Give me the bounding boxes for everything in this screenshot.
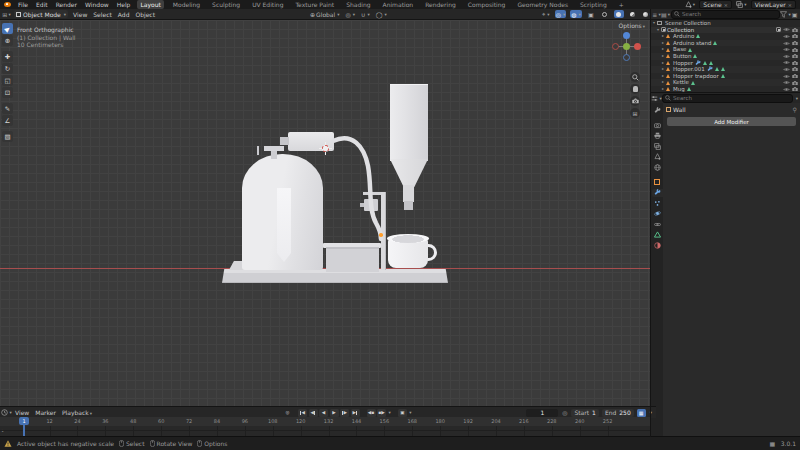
- editor-type-icon[interactable]: ⊞▾: [3, 11, 10, 18]
- properties-search[interactable]: [662, 94, 793, 103]
- new-collection-icon[interactable]: ▣: [791, 11, 798, 18]
- disable-render-camera-icon[interactable]: [792, 53, 798, 59]
- viewport-options-dropdown[interactable]: Options▾: [619, 22, 645, 29]
- timeline-menu-marker[interactable]: Marker: [34, 409, 57, 416]
- shading-material-button[interactable]: [628, 10, 638, 18]
- hide-eye-icon[interactable]: [783, 60, 790, 65]
- hide-eye-icon[interactable]: [783, 87, 790, 92]
- navigation-gizmo[interactable]: [612, 32, 642, 62]
- play-button[interactable]: ▶: [330, 409, 339, 417]
- disable-render-camera-icon[interactable]: [792, 27, 798, 33]
- proportional-editing-icon[interactable]: ◯▾: [375, 10, 388, 18]
- model-hopper-tip[interactable]: [404, 201, 413, 210]
- properties-header-menu-icon[interactable]: ▾: [796, 96, 798, 101]
- menu-edit[interactable]: Edit: [35, 1, 49, 8]
- workspace-tab-texture-paint[interactable]: Texture Paint: [292, 0, 337, 9]
- tool-annotate[interactable]: ✎: [2, 103, 13, 114]
- scene-unlink-icon[interactable]: ×: [724, 2, 728, 8]
- workspace-tab-layout[interactable]: Layout: [137, 0, 163, 9]
- model-kettle-window[interactable]: [277, 188, 291, 262]
- tool-measure[interactable]: ∠: [2, 115, 13, 126]
- tab-material[interactable]: [652, 241, 663, 249]
- tab-output[interactable]: [652, 132, 663, 140]
- tool-add-cube[interactable]: ▧: [2, 131, 13, 142]
- mode-selector[interactable]: Object Mode▾: [14, 10, 68, 18]
- editor-divider[interactable]: [650, 9, 651, 437]
- hide-eye-icon[interactable]: [783, 47, 790, 52]
- viewport-menu-view[interactable]: View: [72, 11, 88, 18]
- hide-eye-icon[interactable]: [783, 27, 790, 32]
- timeline-menu-playback[interactable]: Playback▾: [61, 409, 93, 416]
- playhead-marker[interactable]: 1: [19, 417, 29, 425]
- disable-render-camera-icon[interactable]: [792, 66, 798, 72]
- tool-select-box[interactable]: ▶: [2, 23, 13, 34]
- tab-world[interactable]: [652, 163, 663, 171]
- model-tray-body[interactable]: [326, 247, 379, 272]
- tab-tool[interactable]: [652, 106, 663, 114]
- gizmo-axis-z-pos[interactable]: [623, 32, 630, 39]
- keying-set-icon[interactable]: ▣: [398, 409, 407, 417]
- frame-back-button[interactable]: ◀▪: [367, 409, 376, 417]
- auto-keying-toggle[interactable]: ◎: [283, 409, 292, 417]
- current-frame-field[interactable]: 1: [526, 409, 558, 417]
- tool-transform[interactable]: ⊡: [2, 87, 13, 98]
- shading-solid-button[interactable]: [614, 10, 624, 18]
- viewport-menu-add[interactable]: Add: [117, 11, 131, 18]
- hide-eye-icon[interactable]: [783, 54, 790, 59]
- workspace-tab-animation[interactable]: Animation: [380, 0, 417, 9]
- end-frame-field[interactable]: End250: [602, 409, 634, 417]
- gizmo-axis-y[interactable]: [623, 43, 630, 50]
- workspace-tab-compositing[interactable]: Compositing: [465, 0, 509, 9]
- model-mug-rim[interactable]: [387, 234, 429, 243]
- outliner-editor-type-icon[interactable]: ≡▾: [653, 11, 660, 18]
- tool-scale[interactable]: ◱: [2, 75, 13, 86]
- select-visibility-dropdown[interactable]: ⌖▾: [541, 10, 551, 18]
- outliner-row-object[interactable]: ▸ Kettle: [651, 79, 800, 86]
- disable-render-camera-icon[interactable]: [792, 40, 798, 46]
- viewport-menu-select[interactable]: Select: [92, 11, 113, 18]
- viewport-camera-button[interactable]: [630, 96, 640, 106]
- play-reverse-button[interactable]: ◀: [319, 409, 328, 417]
- pin-icon[interactable]: ⚲: [793, 106, 797, 113]
- tab-object[interactable]: [652, 178, 663, 186]
- viewport-zoom-button[interactable]: [630, 72, 640, 82]
- hide-eye-icon[interactable]: [783, 67, 790, 72]
- viewport-menu-object[interactable]: Object: [134, 11, 156, 18]
- outliner-row-object[interactable]: ▸ Hopper trapdoor: [651, 73, 800, 80]
- model-mug-body[interactable]: [388, 239, 428, 268]
- tool-move[interactable]: ✚: [2, 51, 13, 62]
- transform-orientation-dropdown[interactable]: ⊕ Global▾: [309, 10, 340, 18]
- xray-toggle[interactable]: ▣: [586, 10, 596, 18]
- outliner-row-object[interactable]: ▸ Arduino stand: [651, 40, 800, 47]
- workspace-tab-scripting[interactable]: Scripting: [577, 0, 610, 9]
- hide-eye-icon[interactable]: [783, 41, 790, 46]
- outliner-row-object[interactable]: ▸ Hopper: [651, 60, 800, 67]
- disable-render-camera-icon[interactable]: [792, 47, 798, 53]
- previous-keyframe-button[interactable]: ◀: [309, 409, 318, 417]
- tab-physics[interactable]: [652, 210, 663, 218]
- outliner-row-object[interactable]: ▸ Base: [651, 46, 800, 53]
- workspace-tab-sculpting[interactable]: Sculpting: [209, 0, 243, 9]
- menu-file[interactable]: File: [17, 1, 29, 8]
- tab-constraints[interactable]: [652, 220, 663, 228]
- next-keyframe-button[interactable]: ▶: [340, 409, 349, 417]
- gizmo-axis-z-neg[interactable]: [623, 54, 630, 61]
- blender-logo-icon[interactable]: [4, 2, 11, 7]
- hide-eye-icon[interactable]: [783, 80, 790, 85]
- start-frame-field[interactable]: Start1: [571, 409, 599, 417]
- disable-render-camera-icon[interactable]: [792, 33, 798, 39]
- tab-modifiers[interactable]: [652, 189, 663, 197]
- jump-to-start-button[interactable]: ◀: [298, 409, 307, 417]
- scene-icon[interactable]: ▾: [686, 1, 693, 8]
- 3d-viewport[interactable]: Front Orthographic (1) Collection | Wall…: [0, 20, 650, 406]
- outliner-row-object[interactable]: ▸ Hopper.001: [651, 66, 800, 73]
- gizmos-toggle[interactable]: ◎▾: [555, 10, 567, 18]
- pivot-point-dropdown[interactable]: ◎▾: [344, 10, 356, 18]
- outliner-search-input[interactable]: [682, 11, 777, 17]
- outliner-search[interactable]: [671, 10, 780, 19]
- model-kettle-knob-stem[interactable]: [271, 151, 277, 159]
- tool-cursor[interactable]: ⊕: [2, 35, 13, 46]
- outliner-display-mode-icon[interactable]: ▤▾: [662, 11, 669, 18]
- tab-scene[interactable]: [652, 153, 663, 161]
- overlays-toggle[interactable]: ◍▾: [570, 10, 582, 18]
